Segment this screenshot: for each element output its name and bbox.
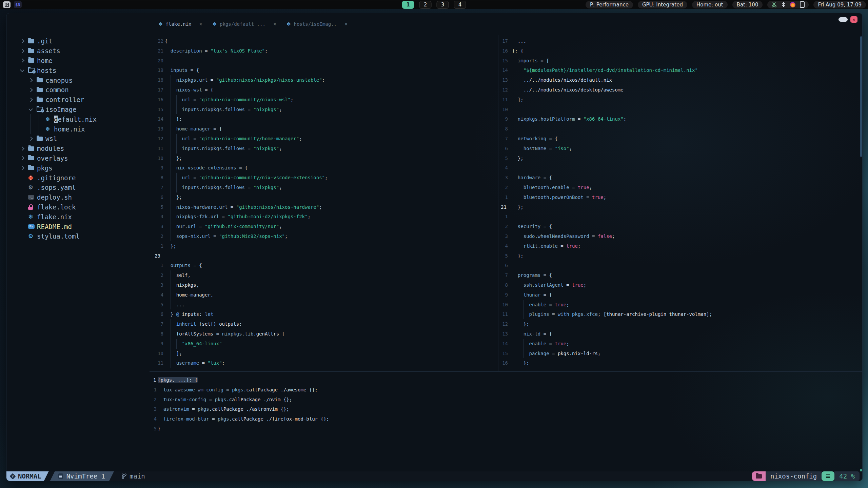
code-line[interactable]: 16 url = "github:nix-community/nixos-wsl…: [150, 95, 498, 105]
tree-item-home[interactable]: home: [6, 56, 150, 66]
tree-item-.gitignore[interactable]: .gitignore: [6, 173, 150, 183]
code-line[interactable]: 17 ...: [499, 36, 862, 46]
code-line[interactable]: 3 nixpkgs,: [150, 280, 498, 290]
buffer-tab[interactable]: ❄pkgs/default ...×: [212, 21, 276, 27]
app-launcher-icon[interactable]: [3, 1, 11, 8]
status-pill[interactable]: Bat: 100: [732, 1, 763, 8]
code-line[interactable]: 11 inputs.nixpkgs.follows = "nixpkgs";: [150, 144, 498, 154]
code-line[interactable]: 9 nixpkgs.hostPlatform = "x86_64-linux";: [499, 114, 862, 124]
code-line[interactable]: 1: [499, 212, 862, 222]
tree-item-canopus[interactable]: canopus: [6, 75, 150, 85]
tree-item-deploy.sh[interactable]: deploy.sh: [6, 192, 150, 202]
tree-item-flake.lock[interactable]: flake.lock: [6, 202, 150, 212]
tree-item-common[interactable]: common: [6, 85, 150, 95]
code-line[interactable]: 4 home-manager,: [150, 290, 498, 300]
code-line[interactable]: 13 nix-ld = {: [499, 329, 862, 339]
tree-item-wsl[interactable]: wsl: [6, 134, 150, 144]
code-line[interactable]: 8 ssh.startAgent = true;: [499, 280, 862, 290]
code-line[interactable]: 9 thunar = {: [499, 290, 862, 300]
code-line[interactable]: 6: [499, 261, 862, 270]
code-line[interactable]: 14 "${modulesPath}/installer/cd-dvd/inst…: [499, 65, 862, 75]
code-line[interactable]: 11 plugins = with pkgs.xfce; [thunar-arc…: [499, 309, 862, 319]
code-line[interactable]: 1 outputs = {: [150, 261, 498, 270]
code-line[interactable]: 3 hardware = {: [499, 173, 862, 183]
buffer-tab[interactable]: ❄flake.nix×: [158, 21, 202, 27]
code-line[interactable]: 6 hostName = "iso";: [499, 144, 862, 154]
code-line[interactable]: 4: [499, 163, 862, 173]
workspace-button-1[interactable]: 1: [402, 1, 414, 9]
code-line[interactable]: 17 nixos-wsl = {: [150, 85, 498, 95]
code-line[interactable]: 8: [499, 124, 862, 134]
code-line[interactable]: 3 sudo.wheelNeedsPassword = false;: [499, 231, 862, 241]
code-line[interactable]: 21 description = "tux's NixOS Flake";: [150, 46, 498, 56]
tree-item-pkgs[interactable]: pkgs: [6, 163, 150, 173]
phone-icon[interactable]: [800, 1, 805, 8]
code-line[interactable]: 2 sops-nix.url = "github:Mic92/sops-nix"…: [150, 231, 498, 241]
vertical-split-separator[interactable]: [498, 35, 498, 371]
tree-item-isoImage[interactable]: isoImage: [6, 105, 150, 115]
code-line[interactable]: 16}: {: [499, 46, 862, 56]
code-line[interactable]: 7 programs = {: [499, 270, 862, 280]
code-line[interactable]: 11 username = "tux";: [150, 358, 498, 368]
tree-item-.sops.yaml[interactable]: ⚙.sops.yaml: [6, 183, 150, 192]
code-line[interactable]: 11 ];: [499, 95, 862, 105]
code-line[interactable]: 12 ../../modules/nixos/desktop/awesome: [499, 85, 862, 95]
code-line[interactable]: 15 inputs.nixpkgs.follows = "nixpkgs";: [150, 105, 498, 115]
code-line[interactable]: 21 };: [499, 202, 862, 212]
firefox-icon[interactable]: [790, 2, 795, 7]
code-line[interactable]: 2 security = {: [499, 222, 862, 231]
code-line[interactable]: 5 ...: [150, 300, 498, 310]
workspace-button-2[interactable]: 2: [419, 1, 432, 9]
code-line[interactable]: 10 enable = true;: [499, 300, 862, 310]
code-line[interactable]: 19 inputs = {: [150, 65, 498, 75]
maximize-toggle-button[interactable]: [839, 17, 848, 22]
code-line[interactable]: 7 inherit (self) outputs;: [150, 319, 498, 329]
code-line[interactable]: 1 };: [150, 241, 498, 251]
code-line[interactable]: 5}: [150, 424, 862, 434]
code-line[interactable]: 4 rtkit.enable = true;: [499, 241, 862, 251]
code-line[interactable]: 10 };: [150, 154, 498, 163]
status-pill[interactable]: Home: out: [692, 1, 728, 8]
code-line[interactable]: 15 package = pkgs.nix-ld-rs;: [499, 349, 862, 359]
close-icon[interactable]: ×: [273, 21, 276, 27]
status-pill[interactable]: GPU: Integrated: [638, 1, 687, 8]
code-line[interactable]: 14 enable = true;: [499, 339, 862, 349]
code-line[interactable]: 4 firefox-mod-blur = pkgs.callPackage ./…: [150, 414, 862, 424]
code-line[interactable]: 6 };: [150, 192, 498, 202]
close-icon[interactable]: ×: [199, 21, 202, 27]
code-line[interactable]: 5 nixos-hardware.url = "github:nixos/nix…: [150, 202, 498, 212]
workspace-button-3[interactable]: 3: [437, 1, 449, 9]
code-line[interactable]: 12 url = "github:nix-community/home-mana…: [150, 134, 498, 144]
tree-item-assets[interactable]: assets: [6, 46, 150, 56]
code-line[interactable]: 13 ../../modules/nixos/default.nix: [499, 75, 862, 85]
tree-item-default.nix[interactable]: ❄default.nix: [6, 114, 150, 124]
scissors-icon[interactable]: [771, 2, 777, 7]
code-line[interactable]: 10: [499, 105, 862, 115]
tree-item-.git[interactable]: .git: [6, 36, 150, 46]
tree-item-modules[interactable]: modules: [6, 144, 150, 154]
code-line[interactable]: 8 url = "github:nix-community/nix-vscode…: [150, 173, 498, 183]
code-line[interactable]: 20: [150, 56, 498, 66]
code-line[interactable]: 9 nix-vscode-extensions = {: [150, 163, 498, 173]
code-line[interactable]: 2 tux-nvim-config = pkgs.callPackage ./n…: [150, 395, 862, 405]
code-line[interactable]: 8 forAllSystems = nixpkgs.lib.genAttrs [: [150, 329, 498, 339]
code-line[interactable]: 16 };: [499, 358, 862, 368]
code-line[interactable]: 10 ];: [150, 349, 498, 359]
code-line[interactable]: 23: [150, 251, 498, 261]
code-line[interactable]: 15 imports = [: [499, 56, 862, 66]
tree-item-hosts[interactable]: hosts: [6, 65, 150, 75]
code-line[interactable]: 4 nixpkgs-f2k.url = "github:moni-dz/nixp…: [150, 212, 498, 222]
code-line[interactable]: 5 };: [499, 154, 862, 163]
code-line[interactable]: 5 };: [499, 251, 862, 261]
close-icon[interactable]: ×: [344, 21, 348, 27]
code-line[interactable]: 7 inputs.nixpkgs.follows = "nixpkgs";: [150, 183, 498, 192]
code-line[interactable]: 18 nixpkgs.url = "github:nixos/nixpkgs/n…: [150, 75, 498, 85]
code-line[interactable]: 14 };: [150, 114, 498, 124]
status-pill[interactable]: P: Performance: [586, 1, 633, 8]
neovim-launcher-icon[interactable]: $N: [14, 1, 22, 8]
close-button[interactable]: ×: [850, 16, 857, 23]
tree-item-controller[interactable]: controller: [6, 95, 150, 105]
buffer-tab[interactable]: ❄hosts/isoImag..×: [287, 21, 348, 27]
code-line[interactable]: 13 home-manager = {: [150, 124, 498, 134]
bluetooth-icon[interactable]: [781, 2, 786, 7]
